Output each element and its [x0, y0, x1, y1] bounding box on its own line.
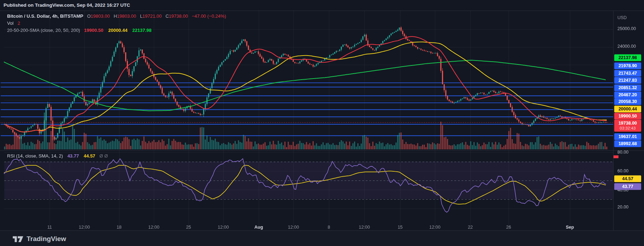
- volume-badge-sliver: [614, 155, 618, 158]
- tradingview-logo[interactable]: TradingView: [13, 235, 66, 243]
- time-axis-label: 26: [506, 225, 511, 230]
- rsi-value: 43.77: [67, 153, 79, 159]
- rsi-ma-value: 44.57: [84, 153, 95, 159]
- sma200-value: 22137.98: [132, 28, 151, 33]
- sma20-value: 19900.50: [84, 28, 103, 33]
- rsi-legend-row: RSI (14, close, SMA, 14, 2) 43.77 44.57 …: [7, 153, 108, 159]
- volume-legend-row: Vol 2: [7, 20, 226, 27]
- price-badge: 19900.50: [614, 113, 641, 120]
- price-badge: 20000.44: [614, 106, 641, 113]
- current-price-badge-group: 19738.0003:32:43: [614, 120, 641, 132]
- symbol-legend-row: Bitcoin / U.S. Dollar, 4h, BITSTAMP O198…: [7, 13, 226, 20]
- axis-currency-label: USD: [614, 15, 644, 20]
- time-axis-label: 12:00: [359, 225, 370, 230]
- time-axis-label: 12:00: [429, 225, 440, 230]
- sma50-value: 20000.44: [108, 28, 127, 33]
- volume-value: 2: [18, 21, 20, 26]
- price-badge: 18992.68: [614, 141, 641, 147]
- price-tick-label: 20.00: [614, 205, 644, 210]
- tradingview-logo-text: TradingView: [27, 235, 66, 243]
- symbol-title: Bitcoin / U.S. Dollar, 4h, BITSTAMP: [7, 13, 83, 19]
- current-price-badge: 19738.00: [614, 120, 641, 126]
- price-badge: 20851.32: [614, 85, 641, 91]
- time-axis-label: 22: [468, 225, 473, 230]
- sma-label: 20-50-200-SMA (close, 20, 50, 200): [7, 28, 80, 33]
- volume-label: Vol: [7, 21, 13, 26]
- price-tick-label: 24000.00: [614, 44, 644, 49]
- rsi-label: RSI (14, close, SMA, 14, 2): [7, 153, 63, 159]
- high-label: H: [114, 13, 117, 19]
- chart-canvas[interactable]: [0, 11, 613, 230]
- close-label: C: [166, 13, 169, 19]
- footer-bar: TradingView: [0, 231, 644, 246]
- price-badge: 19637.01: [614, 133, 641, 140]
- price-badge: 21978.90: [614, 63, 641, 69]
- tradingview-logo-icon: [13, 236, 23, 242]
- time-axis-label: 15: [398, 225, 403, 230]
- price-badge: 22137.98: [614, 55, 641, 61]
- price-tick-label: 60.00: [614, 168, 644, 173]
- time-axis-label: 11: [47, 225, 52, 230]
- time-axis-label: 8: [328, 225, 330, 230]
- price-tick-label: 80.00: [614, 150, 644, 155]
- price-tick-label: 25000.00: [614, 26, 644, 31]
- sma-legend-row: 20-50-200-SMA (close, 20, 50, 200) 19900…: [7, 27, 226, 34]
- high-value: 19803.00: [117, 13, 136, 19]
- price-badge: 21247.83: [614, 77, 641, 84]
- pane-divider[interactable]: [0, 150, 644, 151]
- price-badge: 44.57: [614, 176, 641, 182]
- change-value: −47.00 (−0.24%): [192, 13, 226, 19]
- published-header: Published on TradingView.com, Sep 04, 20…: [4, 2, 130, 8]
- chart-legend: Bitcoin / U.S. Dollar, 4h, BITSTAMP O198…: [7, 13, 226, 34]
- price-axis[interactable]: USD 25000.0024000.0080.0060.0040.0020.00…: [614, 11, 644, 230]
- low-value: 19721.00: [142, 13, 162, 19]
- time-axis-label: Sep: [566, 225, 574, 230]
- price-badge: 20058.30: [614, 98, 641, 105]
- time-axis-label: 18: [117, 225, 122, 230]
- open-label: O: [87, 13, 91, 19]
- time-axis-label: 12:00: [79, 225, 90, 230]
- tradingview-published-chart: Published on TradingView.com, Sep 04, 20…: [0, 0, 644, 246]
- time-axis-label: 12:00: [218, 225, 229, 230]
- price-badge: 20467.20: [614, 92, 641, 98]
- close-value: 19738.00: [169, 13, 188, 19]
- time-axis-label: 12:00: [288, 225, 299, 230]
- open-value: 19803.00: [91, 13, 110, 19]
- time-axis-label: Aug: [254, 225, 263, 230]
- price-badge: 43.77: [614, 183, 641, 190]
- time-axis-label: 25: [186, 225, 191, 230]
- bar-countdown: 03:32:43: [614, 126, 641, 131]
- price-badge: 21743.47: [614, 70, 641, 77]
- time-axis-label: 12:00: [148, 225, 159, 230]
- rsi-extra-values: Ø Ø: [99, 153, 108, 159]
